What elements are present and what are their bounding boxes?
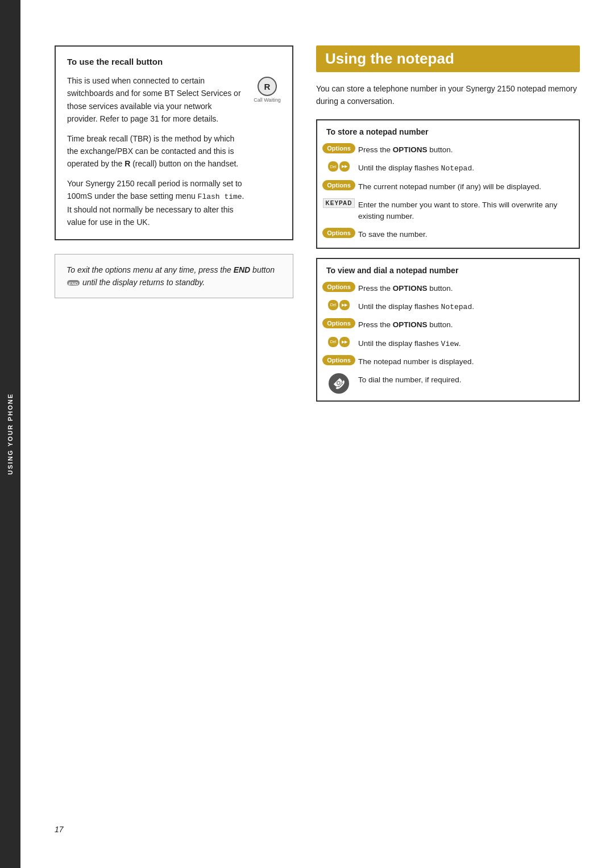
view-text-6: To dial the number, if required. <box>358 373 462 386</box>
store-row-5: Options To save the number. <box>326 228 570 240</box>
nav-icon-2: Del ▶▶ <box>326 300 351 310</box>
options-icon-5: Options <box>326 318 351 328</box>
store-row-4: KEYPAD Enter the number you want to stor… <box>326 198 570 223</box>
store-row-3: Options The current notepad number (if a… <box>326 180 570 193</box>
recall-box-title: To use the recall button <box>67 57 281 66</box>
store-text-1: Press the OPTIONS button. <box>358 143 453 156</box>
r-circle: R <box>258 77 277 96</box>
end-icon: END <box>67 278 80 287</box>
store-instruction-list: Options Press the OPTIONS button. Del ▶▶ <box>326 143 570 241</box>
view-instruction-list: Options Press the OPTIONS button. Del ▶▶ <box>326 282 570 394</box>
r-button-icon: R Call Waiting <box>254 77 281 103</box>
options-icon-3: Options <box>326 228 351 238</box>
main-content: To use the recall button This is used wh… <box>20 0 614 868</box>
store-text-5: To save the number. <box>358 228 428 240</box>
options-button-5: Options <box>322 318 355 328</box>
italic-text: To exit the options menu at any time, pr… <box>67 265 275 287</box>
store-box: To store a notepad number Options Press … <box>316 119 580 249</box>
options-button-2: Options <box>322 180 355 190</box>
store-text-3: The current notepad number (if any) will… <box>358 180 541 193</box>
sidebar: Using Your Phone <box>0 0 20 868</box>
view-row-2: Del ▶▶ Until the display flashes Notepad… <box>326 300 570 313</box>
nav-button-2: Del ▶▶ <box>328 300 350 310</box>
left-column: To use the recall button This is used wh… <box>55 45 293 834</box>
view-row-1: Options Press the OPTIONS button. <box>326 282 570 294</box>
view-row-5: Options The notepad number is displayed. <box>326 355 570 368</box>
intro-text: You can store a telephone number in your… <box>316 82 580 108</box>
r-sublabel: Call Waiting <box>254 97 281 103</box>
page-container: Using Your Phone To use the recall butto… <box>0 0 614 868</box>
options-button-6: Options <box>322 355 355 365</box>
nav-icon-3: Del ▶▶ <box>326 337 351 347</box>
view-row-3: Options Press the OPTIONS button. <box>326 318 570 331</box>
store-text-2: Until the display flashes Notepad. <box>358 161 474 174</box>
recall-para-1: This is used when connected to certain s… <box>67 74 244 126</box>
options-button-4: Options <box>322 282 355 292</box>
recall-content: This is used when connected to certain s… <box>67 74 281 229</box>
phone-icon: ☎ <box>326 373 351 394</box>
view-text-5: The notepad number is displayed. <box>358 355 474 368</box>
options-icon-2: Options <box>326 180 351 190</box>
store-box-title: To store a notepad number <box>326 127 570 136</box>
page-number: 17 <box>55 825 64 834</box>
recall-text: This is used when connected to certain s… <box>67 74 244 229</box>
svg-text:END: END <box>69 281 78 286</box>
phone-symbol: ☎ <box>330 375 347 393</box>
nav-icon-1: Del ▶▶ <box>326 161 351 172</box>
store-text-4: Enter the number you want to store. This… <box>358 198 570 223</box>
phone-circle-icon: ☎ <box>329 373 349 394</box>
view-row-4: Del ▶▶ Until the display flashes View. <box>326 337 570 350</box>
sidebar-label: Using Your Phone <box>7 393 14 475</box>
options-icon-4: Options <box>326 282 351 292</box>
right-column: Using the notepad You can store a teleph… <box>316 45 580 834</box>
store-row-2: Del ▶▶ Until the display flashes Notepad… <box>326 161 570 174</box>
section-title: Using the notepad <box>316 45 580 72</box>
options-icon-1: Options <box>326 143 351 153</box>
nav-button-3: Del ▶▶ <box>328 337 350 347</box>
view-text-3: Press the OPTIONS button. <box>358 318 453 331</box>
recall-box: To use the recall button This is used wh… <box>55 45 293 240</box>
options-button-1: Options <box>322 143 355 153</box>
options-button-3: Options <box>322 228 355 238</box>
store-row-1: Options Press the OPTIONS button. <box>326 143 570 156</box>
view-row-6: ☎ To dial the number, if required. <box>326 373 570 394</box>
recall-para-3: Your Synergy 2150 recall period is norma… <box>67 177 244 229</box>
keypad-icon: KEYPAD <box>326 198 351 208</box>
view-box: To view and dial a notepad number Option… <box>316 258 580 402</box>
view-text-1: Press the OPTIONS button. <box>358 282 453 294</box>
keypad-label: KEYPAD <box>323 198 355 208</box>
view-box-title: To view and dial a notepad number <box>326 266 570 275</box>
view-text-2: Until the display flashes Notepad. <box>358 300 474 313</box>
recall-para-2: Time break recall (TBR) is the method by… <box>67 132 244 170</box>
options-icon-6: Options <box>326 355 351 365</box>
view-text-4: Until the display flashes View. <box>358 337 461 350</box>
nav-button-1: Del ▶▶ <box>328 161 350 172</box>
italic-exit-box: To exit the options menu at any time, pr… <box>55 254 293 299</box>
